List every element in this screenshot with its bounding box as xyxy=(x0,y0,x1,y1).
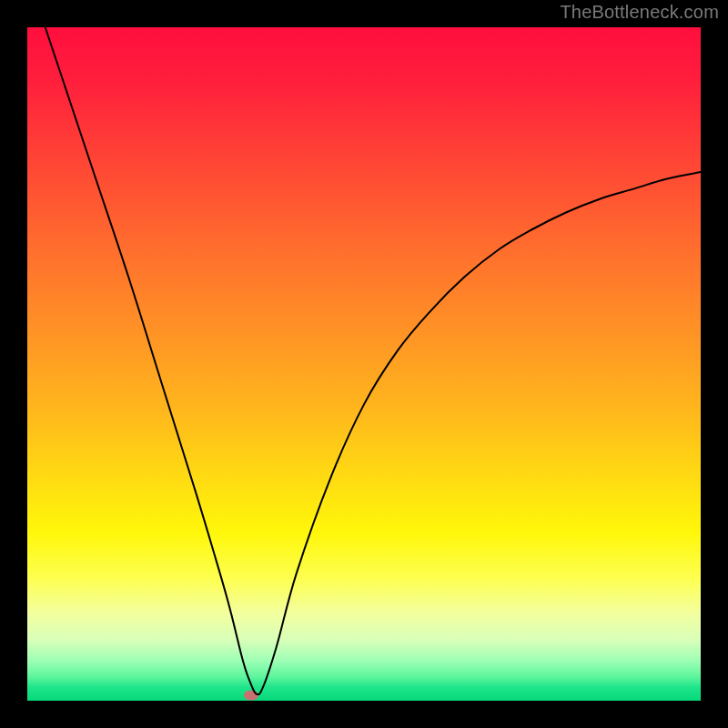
watermark-text: TheBottleneck.com xyxy=(560,2,719,23)
curve-layer xyxy=(27,27,701,701)
chart-frame: TheBottleneck.com xyxy=(0,0,728,728)
bottleneck-curve xyxy=(27,27,701,694)
